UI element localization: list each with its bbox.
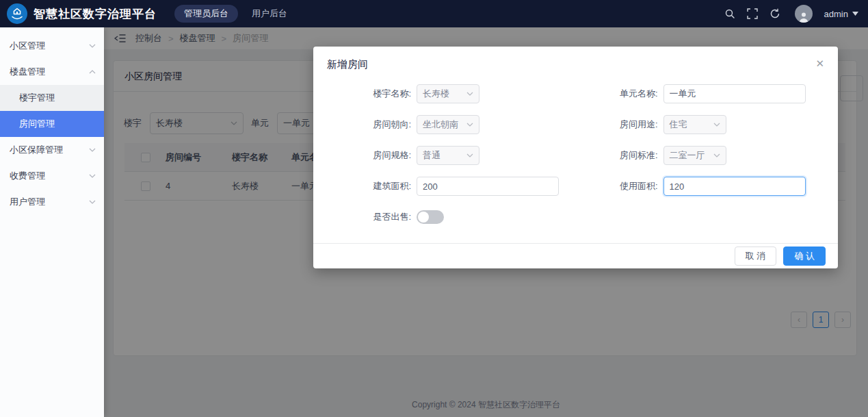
chevron-down-icon: [466, 153, 473, 157]
usage-select[interactable]: 住宅: [663, 115, 726, 134]
sidebar-item-label: 小区管理: [10, 33, 89, 59]
field-usage: 房间用途: 住宅: [576, 115, 808, 134]
field-label: 房间规格:: [344, 149, 411, 162]
add-room-dialog: 新增房间 ✕ 楼宇名称: 长寿楼 单元名称:: [313, 47, 838, 268]
tab-user-backend[interactable]: 用户后台: [242, 5, 297, 23]
sidebar-item-label: 收费管理: [10, 163, 89, 189]
field-label: 房间用途:: [576, 118, 658, 131]
orientation-value: 坐北朝南: [423, 118, 466, 131]
field-unit-name: 单元名称:: [576, 84, 808, 103]
form-row: 建筑面积: 使用面积:: [344, 177, 807, 196]
for-sale-toggle[interactable]: [417, 210, 444, 224]
sidebar: 小区管理 楼盘管理 楼宇管理 房间管理 小区保障管理 收费管理 用户管理: [0, 27, 104, 417]
building-name-select[interactable]: 长寿楼: [417, 84, 479, 103]
refresh-icon[interactable]: [770, 8, 780, 19]
sidebar-item-label: 楼盘管理: [10, 59, 89, 85]
avatar[interactable]: [795, 5, 813, 23]
sidebar-item-user-management[interactable]: 用户管理: [0, 189, 104, 215]
tab-admin-backend[interactable]: 管理员后台: [174, 5, 238, 23]
sidebar-item-guarantee-management[interactable]: 小区保障管理: [0, 137, 104, 163]
building-name-value: 长寿楼: [423, 88, 466, 100]
dialog-title: 新增房间: [327, 58, 368, 81]
field-label: 使用面积:: [576, 180, 658, 192]
username: admin: [824, 9, 848, 19]
standard-value: 二室一厅: [670, 149, 713, 162]
field-building-name: 楼宇名称: 长寿楼: [344, 84, 576, 103]
chevron-down-icon: [713, 123, 720, 127]
chevron-up-icon: [89, 70, 96, 74]
header-actions: admin: [724, 5, 858, 23]
dialog-body: 楼宇名称: 长寿楼 单元名称: 房间朝向:: [313, 81, 838, 227]
spec-value: 普通: [423, 149, 466, 162]
chevron-down-icon: [713, 153, 720, 157]
field-label: 楼宇名称:: [344, 88, 411, 100]
field-orientation: 房间朝向: 坐北朝南: [344, 115, 576, 134]
standard-select[interactable]: 二室一厅: [663, 146, 726, 165]
sidebar-item-building-management[interactable]: 楼盘管理: [0, 59, 104, 85]
app-root: 智慧社区数字治理平台 管理员后台 用户后台: [0, 0, 868, 417]
app-title: 智慧社区数字治理平台: [34, 6, 157, 22]
field-spec: 房间规格: 普通: [344, 146, 576, 165]
chevron-down-icon: [466, 92, 473, 96]
toggle-knob: [418, 212, 429, 223]
build-area-input[interactable]: [417, 177, 559, 196]
chevron-down-icon: [89, 174, 96, 178]
form-row: 房间朝向: 坐北朝南 房间用途: 住宅: [344, 115, 807, 134]
dialog-header: 新增房间 ✕: [313, 47, 838, 81]
close-icon[interactable]: ✕: [815, 58, 824, 81]
field-label: 建筑面积:: [344, 180, 411, 192]
orientation-select[interactable]: 坐北朝南: [417, 115, 479, 134]
dialog-footer: 取 消 确 认: [313, 243, 838, 268]
field-for-sale: 是否出售:: [344, 207, 576, 227]
fullscreen-icon[interactable]: [747, 8, 758, 19]
field-use-area: 使用面积:: [576, 177, 808, 196]
chevron-down-icon: [89, 44, 96, 48]
field-label: 房间朝向:: [344, 118, 411, 131]
unit-name-input[interactable]: [663, 84, 806, 103]
sidebar-item-label: 小区保障管理: [10, 137, 89, 163]
form-row: 房间规格: 普通 房间标准: 二室一厅: [344, 146, 807, 165]
field-label: 房间标准:: [576, 149, 658, 162]
user-menu[interactable]: admin: [824, 9, 858, 19]
sidebar-item-building-admin[interactable]: 楼宇管理: [0, 85, 104, 111]
cancel-button[interactable]: 取 消: [735, 247, 777, 266]
chevron-down-icon: [89, 200, 96, 204]
field-build-area: 建筑面积:: [344, 177, 576, 196]
field-standard: 房间标准: 二室一厅: [576, 146, 808, 165]
sidebar-item-label: 用户管理: [10, 189, 89, 215]
caret-down-icon: [852, 12, 858, 16]
use-area-input[interactable]: [663, 177, 806, 196]
chevron-down-icon: [466, 123, 473, 127]
top-header: 智慧社区数字治理平台 管理员后台 用户后台: [0, 0, 868, 27]
form-row: 楼宇名称: 长寿楼 单元名称:: [344, 84, 807, 103]
spec-select[interactable]: 普通: [417, 146, 479, 165]
community-logo-icon: [7, 3, 27, 24]
field-label: 单元名称:: [576, 88, 658, 100]
backend-tabs: 管理员后台 用户后台: [174, 5, 297, 23]
sidebar-item-community-management[interactable]: 小区管理: [0, 33, 104, 59]
search-icon[interactable]: [724, 8, 735, 19]
usage-value: 住宅: [670, 118, 713, 131]
sidebar-item-fee-management[interactable]: 收费管理: [0, 163, 104, 189]
chevron-down-icon: [89, 148, 96, 152]
field-label: 是否出售:: [344, 211, 411, 223]
confirm-button[interactable]: 确 认: [783, 247, 826, 266]
form-row: 是否出售:: [344, 207, 807, 227]
sidebar-item-room-admin[interactable]: 房间管理: [0, 111, 104, 137]
user-icon: [798, 10, 810, 23]
